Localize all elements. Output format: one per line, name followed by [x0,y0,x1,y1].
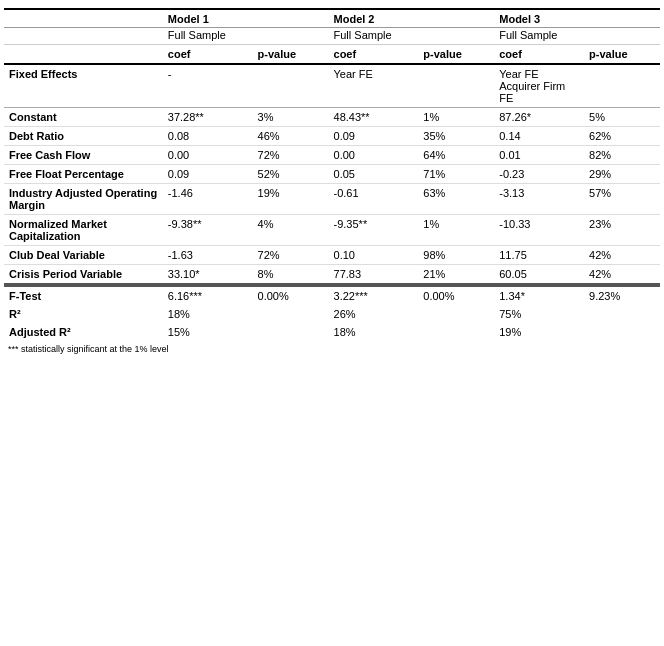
model2-coef: -0.61 [329,184,419,215]
model3-pval: 42% [584,265,660,285]
model2-pval: 98% [418,246,494,265]
model3-coef: 0.01 [494,146,584,165]
model3-coef: 19% [494,323,584,341]
table-row: Free Float Percentage0.0952%0.0571%-0.23… [4,165,660,184]
model2-pval: 21% [418,265,494,285]
sample-model1: Full Sample [163,28,329,45]
model3-pval: 9.23% [584,286,660,305]
model1-coef: 0.09 [163,165,253,184]
table-row: Debt Ratio0.0846%0.0935%0.1462% [4,127,660,146]
row-label: Fixed Effects [4,64,163,108]
model2-coef: 0.10 [329,246,419,265]
model3-pval: 57% [584,184,660,215]
row-label: Free Cash Flow [4,146,163,165]
model3-pval [584,305,660,323]
table-row: Club Deal Variable-1.6372%0.1098%11.7542… [4,246,660,265]
model3-coef: 75% [494,305,584,323]
model1-pval: 3% [253,108,329,127]
model3-pval: 82% [584,146,660,165]
regression-table: Model 1 Model 2 Model 3 Full Sample Full… [4,8,660,341]
model2-coef: 3.22*** [329,286,419,305]
table-row: Normalized Market Capitalization-9.38**4… [4,215,660,246]
model1-pval [253,305,329,323]
table-row: R²18%26%75% [4,305,660,323]
model2-coef: 0.05 [329,165,419,184]
table-row: F-Test6.16***0.00%3.22***0.00%1.34*9.23% [4,286,660,305]
table-body: Fixed Effects-Year FEYear FE Acquirer Fi… [4,64,660,341]
model2-pval: 71% [418,165,494,184]
header-row-model-names: Model 1 Model 2 Model 3 [4,9,660,28]
header-row-metrics: coef p-value coef p-value coef p-value [4,45,660,65]
table-row: Crisis Period Variable33.10*8%77.8321%60… [4,265,660,285]
model1-pval: 4% [253,215,329,246]
model3-pval: 23% [584,215,660,246]
model3-coef: 11.75 [494,246,584,265]
model3-coef: Year FE Acquirer Firm FE [494,64,584,108]
table-row: Adjusted R²15%18%19% [4,323,660,341]
model1-coef: -1.63 [163,246,253,265]
row-label: Debt Ratio [4,127,163,146]
model1-coef: -9.38** [163,215,253,246]
row-label: Free Float Percentage [4,165,163,184]
table-container: Model 1 Model 2 Model 3 Full Sample Full… [0,0,664,358]
col-header-model3: Model 3 [494,9,660,28]
model2-pval [418,64,494,108]
col-header-model2: Model 2 [329,9,495,28]
col-coef-1: coef [163,45,253,65]
model2-pval: 1% [418,215,494,246]
model2-pval [418,305,494,323]
model2-pval: 1% [418,108,494,127]
sample-model2: Full Sample [329,28,495,45]
model2-coef: -9.35** [329,215,419,246]
model2-pval: 35% [418,127,494,146]
model3-pval [584,323,660,341]
model3-coef: 1.34* [494,286,584,305]
table-row: Industry Adjusted Operating Margin-1.461… [4,184,660,215]
model1-pval [253,64,329,108]
model3-coef: -10.33 [494,215,584,246]
model2-pval: 0.00% [418,286,494,305]
model1-pval: 0.00% [253,286,329,305]
row-label: Club Deal Variable [4,246,163,265]
col-header-model1: Model 1 [163,9,329,28]
row-label: R² [4,305,163,323]
col-header-label [4,9,163,28]
model3-coef: 60.05 [494,265,584,285]
model2-pval: 64% [418,146,494,165]
row-label: Crisis Period Variable [4,265,163,285]
row-label: Industry Adjusted Operating Margin [4,184,163,215]
model1-coef: 6.16*** [163,286,253,305]
table-row: Constant37.28**3%48.43**1%87.26*5% [4,108,660,127]
col-coef-2: coef [329,45,419,65]
model1-pval: 72% [253,246,329,265]
header-row-samples: Full Sample Full Sample Full Sample [4,28,660,45]
sample-model3: Full Sample [494,28,660,45]
model2-coef: 26% [329,305,419,323]
model1-pval: 19% [253,184,329,215]
model3-coef: 87.26* [494,108,584,127]
model1-coef: 0.00 [163,146,253,165]
model3-pval: 29% [584,165,660,184]
model3-coef: 0.14 [494,127,584,146]
model3-pval [584,64,660,108]
model1-coef: 37.28** [163,108,253,127]
model1-coef: 18% [163,305,253,323]
model2-coef: 0.09 [329,127,419,146]
row-label: F-Test [4,286,163,305]
model2-pval: 63% [418,184,494,215]
col-pval-2: p-value [418,45,494,65]
model1-coef: -1.46 [163,184,253,215]
model1-coef: - [163,64,253,108]
model1-pval: 52% [253,165,329,184]
model2-coef: 0.00 [329,146,419,165]
model3-coef: -3.13 [494,184,584,215]
row-label: Constant [4,108,163,127]
row-label: Adjusted R² [4,323,163,341]
col-pval-1: p-value [253,45,329,65]
model1-pval: 46% [253,127,329,146]
model1-coef: 33.10* [163,265,253,285]
model2-coef: Year FE [329,64,419,108]
model3-coef: -0.23 [494,165,584,184]
model1-pval: 72% [253,146,329,165]
model2-coef: 18% [329,323,419,341]
